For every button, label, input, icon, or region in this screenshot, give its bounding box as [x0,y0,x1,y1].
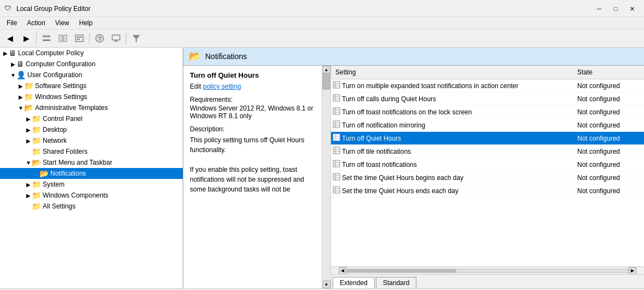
tabs-bar: Extended Standard [331,274,644,288]
toolbar-computer[interactable] [108,31,124,45]
settings-row-8[interactable]: Set the time Quiet Hours ends each day N… [331,184,644,198]
user-config-icon: 👤 [16,71,26,79]
tree-item-start-menu[interactable]: ▼ 📂 Start Menu and Taskbar [0,157,183,168]
policy-icon-7 [331,173,342,182]
menu-action[interactable]: Action [22,18,49,28]
scroll-track [322,73,330,281]
policy-icon-3 [331,120,342,130]
tree-item-control-panel[interactable]: ▶ 📁 Control Panel [0,113,183,124]
scroll-thumb [322,73,330,90]
settings-row-5[interactable]: Turn off tile notifications Not configur… [331,145,644,158]
tree-item-system[interactable]: ▶ 📁 System [0,179,183,190]
settings-header: Setting State [331,66,644,79]
h-scroll-right-btn[interactable]: ▶ [629,267,636,275]
policy-icon-1 [331,94,342,103]
menu-view[interactable]: View [51,18,74,28]
tree-pane: ▶ 🖥 Local Computer Policy ▶ 🖥 Computer C… [0,48,183,288]
settings-row-3[interactable]: Turn off notification mirroring Not conf… [331,119,644,132]
expand-icon-network: ▶ [25,138,32,144]
content-body: Turn off Quiet Hours Edit policy setting… [183,66,644,288]
expand-icon-windows: ▶ [18,94,24,100]
maximize-button[interactable]: □ [608,3,623,14]
svg-rect-6 [77,37,82,38]
tree-item-computer-config-label: Computer Configuration [26,60,95,68]
svg-rect-11 [115,40,117,41]
settings-row-6[interactable]: Turn off toast notifications Not configu… [331,158,644,171]
tab-standard[interactable]: Standard [376,277,417,288]
policy-icon-8 [331,186,342,195]
row-7-name: Set the time Quiet Hours begins each day [342,174,573,182]
tree-root[interactable]: ▶ 🖥 Local Computer Policy [0,48,183,59]
menu-help[interactable]: Help [75,18,97,28]
title-bar-left: 🛡 Local Group Policy Editor [4,4,90,13]
horizontal-scrollbar[interactable]: ◀ ▶ [331,266,644,274]
desktop-icon: 📁 [32,125,41,134]
settings-row-1[interactable]: Turn off calls during Quiet Hours Not co… [331,92,644,106]
tree-item-win-components[interactable]: ▶ 📁 Windows Components [0,190,183,201]
tree-item-all-settings[interactable]: 📁 All Settings [0,201,183,212]
settings-row-2[interactable]: Turn off toast notifications on the lock… [331,106,644,119]
col-state[interactable]: State [573,67,644,77]
svg-marker-13 [132,35,140,42]
tree-item-notifications[interactable]: 📂 Notifications [0,168,183,179]
content-header: 📂 Notifications [183,48,644,66]
close-button[interactable]: ✕ [624,3,640,14]
svg-rect-42 [333,173,340,180]
tree-item-computer-config[interactable]: ▶ 🖥 Computer Configuration [0,59,183,69]
expand-icon-root: ▶ [2,50,9,56]
tree-item-windows-settings[interactable]: ▶ 📁 Windows Settings [0,91,183,102]
policy-setting-link[interactable]: policy setting [203,83,241,90]
scroll-down-btn[interactable]: ▼ [323,281,330,288]
network-icon: 📁 [32,136,41,145]
menu-bar: File Action View Help [0,17,644,30]
expand-icon-user: ▼ [10,72,16,78]
scroll-up-btn[interactable]: ▲ [323,66,330,73]
settings-row-7[interactable]: Set the time Quiet Hours begins each day… [331,171,644,184]
expand-icon-start: ▼ [25,160,32,166]
tree-item-desktop[interactable]: ▶ 📁 Desktop [0,124,183,135]
notifications-icon: 📂 [39,169,49,178]
tree-item-admin-templates[interactable]: ▼ 📂 Administrative Templates [0,102,183,113]
settings-list: Turn on multiple expanded toast notifica… [331,79,644,266]
tree-item-all-settings-label: All Settings [43,202,76,210]
col-setting[interactable]: Setting [331,67,573,77]
expand-icon-desktop: ▶ [25,127,32,133]
tree-item-shared-folders-label: Shared Folders [43,148,88,155]
tree-item-software-settings[interactable]: ▶ 📁 Software Settings [0,80,183,91]
row-1-state: Not configured [573,95,644,103]
toolbar-back[interactable]: ◀ [2,31,18,45]
toolbar-help[interactable]: ? [92,31,107,45]
row-3-name: Turn off notification mirroring [342,121,573,129]
menu-file[interactable]: File [2,18,21,28]
tree-item-win-components-label: Windows Components [43,192,108,199]
description-pane: Turn off Quiet Hours Edit policy setting… [183,66,331,288]
policy-icon-4 [331,134,342,143]
policy-icon-6 [331,160,342,169]
tab-extended[interactable]: Extended [333,277,375,288]
toolbar-properties[interactable] [72,31,87,45]
row-5-state: Not configured [573,148,644,155]
content-header-title: Notifications [205,52,247,61]
tree-item-shared-folders[interactable]: 📁 Shared Folders [0,146,183,157]
windows-settings-icon: 📁 [24,92,33,101]
toolbar-filter[interactable] [129,31,144,45]
row-2-name: Turn off toast notifications on the lock… [342,108,573,116]
h-scroll-left-btn[interactable]: ◀ [339,267,346,275]
tree-item-network[interactable]: ▶ 📁 Network [0,135,183,146]
row-2-state: Not configured [573,108,644,116]
desc-edit-link: Edit policy setting [190,83,320,90]
settings-row-0[interactable]: Turn on multiple expanded toast notifica… [331,79,644,92]
h-scroll-track [346,269,629,273]
toolbar-show-hide[interactable] [55,31,71,45]
root-icon: 🖥 [9,49,16,57]
description-scrollbar[interactable]: ▲ ▼ [322,66,330,288]
tree-item-notifications-label: Notifications [50,170,86,177]
desc-edit-text: Edit [190,83,203,90]
toolbar-forward[interactable]: ▶ [19,31,34,45]
tree-item-user-config[interactable]: ▼ 👤 User Configuration [0,69,183,80]
tree-item-control-panel-label: Control Panel [43,115,83,123]
svg-rect-22 [333,108,340,114]
toolbar-up[interactable] [39,31,54,45]
minimize-button[interactable]: ─ [591,3,607,14]
settings-row-4[interactable]: Turn off Quiet Hours Not configured [331,132,644,145]
